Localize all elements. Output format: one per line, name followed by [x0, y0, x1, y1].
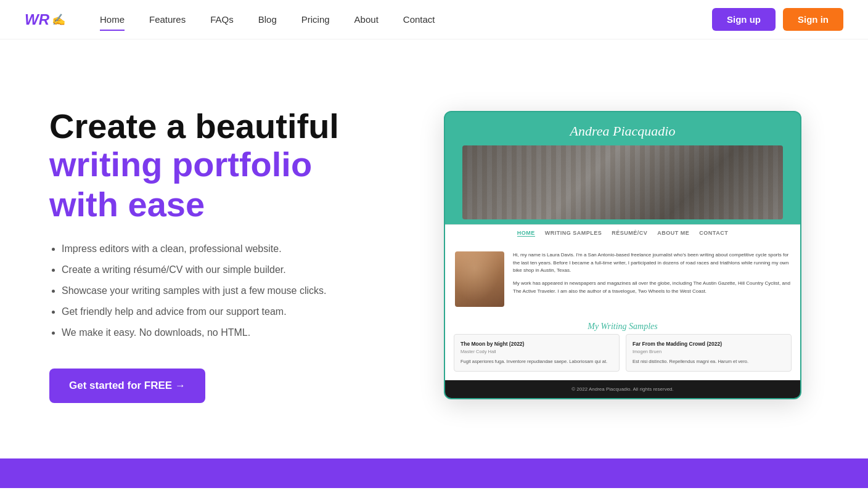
nav-item-home[interactable]: Home: [90, 9, 134, 30]
nav-item-pricing[interactable]: Pricing: [292, 9, 340, 30]
sample1-title: The Moon by Night (2022): [461, 341, 613, 347]
hero-section: Create a beautiful writing portfolio wit…: [0, 39, 868, 458]
sample-card-1: The Moon by Night (2022) Master Cody Hal…: [454, 334, 620, 372]
logo-text: WR: [25, 11, 49, 28]
portfolio-bio-text: Hi, my name is Laura Davis. I'm a San An…: [513, 251, 790, 307]
writing-samples-title: My Writing Samples: [445, 317, 800, 334]
hero-heading-line3: with ease: [49, 185, 205, 224]
portfolio-bio-section: Hi, my name is Laura Davis. I'm a San An…: [445, 242, 800, 317]
hero-heading: Create a beautiful writing portfolio wit…: [49, 107, 419, 224]
bio-paragraph-1: Hi, my name is Laura Davis. I'm a San An…: [513, 251, 790, 275]
cta-button[interactable]: Get started for FREE →: [49, 369, 205, 403]
portfolio-samples: The Moon by Night (2022) Master Cody Hal…: [445, 334, 800, 380]
bio-paragraph-2: My work has appeared in newspapers and m…: [513, 280, 790, 296]
sample1-author: Master Cody Hall: [461, 349, 613, 354]
hero-heading-line2: writing portfolio: [49, 145, 312, 184]
bottom-bar: [0, 458, 868, 488]
sample1-desc: Fugit asperiores fuga. Inventore repudia…: [461, 358, 613, 365]
sample2-desc: Est nisi distinctio. Repellendus magni e…: [633, 358, 785, 365]
bullet-3: Showcase your writing samples with just …: [62, 283, 419, 298]
navbar: WR ✍ Home Features FAQs Blog Pricing Abo…: [0, 0, 868, 39]
main-nav: Home Features FAQs Blog Pricing About Co…: [90, 9, 712, 30]
bullet-4: Get friendly help and advice from our su…: [62, 304, 419, 319]
bullet-2: Create a writing résumé/CV with our simp…: [62, 263, 419, 277]
signup-button[interactable]: Sign up: [712, 8, 776, 31]
nav-item-about[interactable]: About: [345, 9, 388, 30]
portfolio-footer: © 2022 Andrea Piacquadio. All rights res…: [445, 380, 800, 398]
nav-actions: Sign up Sign in: [712, 8, 843, 31]
portfolio-nav: HOME WRITING SAMPLES RÉSUMÉ/CV ABOUT ME …: [445, 224, 800, 242]
nav-item-blog[interactable]: Blog: [248, 9, 287, 30]
logo-pen-icon: ✍: [52, 13, 65, 26]
portfolio-photo: [455, 251, 504, 307]
portfolio-header: Andrea Piacquadio: [445, 112, 800, 145]
nav-item-features[interactable]: Features: [139, 9, 195, 30]
portfolio-nav-resume[interactable]: RÉSUMÉ/CV: [612, 230, 647, 237]
nav-item-faqs[interactable]: FAQs: [200, 9, 244, 30]
portfolio-hero-image: [462, 145, 783, 219]
hero-heading-line1: Create a beautiful: [49, 107, 339, 145]
sample2-title: Far From the Madding Crowd (2022): [633, 341, 785, 347]
hero-bullets: Impress editors with a clean, profession…: [49, 242, 419, 340]
hero-left: Create a beautiful writing portfolio wit…: [49, 107, 419, 403]
portfolio-nav-about[interactable]: ABOUT ME: [657, 230, 689, 237]
logo[interactable]: WR ✍: [25, 11, 65, 28]
nav-item-contact[interactable]: Contact: [393, 9, 445, 30]
sample-card-2: Far From the Madding Crowd (2022) Imogen…: [626, 334, 792, 372]
portfolio-nav-home[interactable]: HOME: [517, 230, 535, 237]
sample2-author: Imogen Bruen: [633, 349, 785, 354]
hero-right: Andrea Piacquadio HOME WRITING SAMPLES R…: [444, 111, 801, 399]
portfolio-preview-card: Andrea Piacquadio HOME WRITING SAMPLES R…: [444, 111, 801, 399]
bullet-5: We make it easy. No downloads, no HTML.: [62, 325, 419, 340]
portfolio-nav-contact[interactable]: CONTACT: [699, 230, 728, 237]
portfolio-author-name: Andrea Piacquadio: [457, 123, 788, 139]
signin-button[interactable]: Sign in: [783, 8, 843, 31]
portfolio-nav-writing[interactable]: WRITING SAMPLES: [545, 230, 602, 237]
bullet-1: Impress editors with a clean, profession…: [62, 242, 419, 256]
